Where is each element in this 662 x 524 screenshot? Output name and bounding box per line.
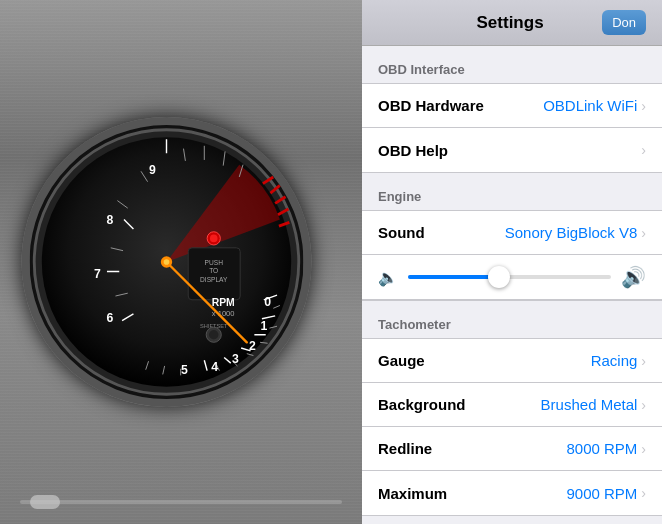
gauge-label: Gauge [378,352,425,369]
done-button[interactable]: Don [602,10,646,35]
scroll-bar[interactable] [20,500,342,504]
obd-help-label: OBD Help [378,142,448,159]
chevron-icon: › [641,485,646,501]
scroll-thumb[interactable] [30,495,60,509]
obd-help-row[interactable]: OBD Help › [362,128,662,172]
engine-group: Sound Sonory BigBlock V8 › 🔈 🔊 [362,210,662,301]
redline-label: Redline [378,440,432,457]
chevron-icon: › [641,441,646,457]
obd-hardware-value: OBDLink WiFi › [543,97,646,114]
svg-text:4: 4 [211,360,218,374]
chevron-icon: › [641,397,646,413]
slider-thumb[interactable] [488,266,510,288]
obd-hardware-label: OBD Hardware [378,97,484,114]
settings-title: Settings [418,13,602,33]
settings-header: Settings Don [362,0,662,46]
tachometer-outer: 0 1 2 3 4 5 6 7 8 9 PUSH TO DISPLAY RPM [22,117,312,407]
settings-content: OBD Interface OBD Hardware OBDLink WiFi … [362,46,662,524]
maximum-label: Maximum [378,485,447,502]
volume-high-icon: 🔊 [621,265,646,289]
sound-row[interactable]: Sound Sonory BigBlock V8 › [362,211,662,255]
tachometer-svg: 0 1 2 3 4 5 6 7 8 9 PUSH TO DISPLAY RPM [30,125,304,399]
background-label: Background [378,396,466,413]
background-value: Brushed Metal › [541,396,646,413]
volume-row: 🔈 🔊 [362,255,662,300]
gauge-value: Racing › [591,352,646,369]
svg-text:2: 2 [249,339,256,353]
settings-panel: Settings Don OBD Interface OBD Hardware … [362,0,662,524]
svg-text:3: 3 [232,352,239,366]
chevron-icon: › [641,98,646,114]
section-engine: Engine [362,173,662,210]
chevron-icon: › [641,142,646,158]
left-panel: 0 1 2 3 4 5 6 7 8 9 PUSH TO DISPLAY RPM [0,0,362,524]
sound-label: Sound [378,224,425,241]
slider-fill [408,275,499,279]
section-obd-interface: OBD Interface [362,46,662,83]
maximum-value: 9000 RPM › [566,485,646,502]
svg-point-54 [209,330,218,339]
chevron-icon: › [641,353,646,369]
obd-help-value: › [641,142,646,158]
svg-text:6: 6 [106,311,113,325]
svg-text:DISPLAY: DISPLAY [200,276,228,283]
svg-point-49 [210,235,218,243]
maximum-row[interactable]: Maximum 9000 RPM › [362,471,662,515]
svg-text:1: 1 [260,319,267,333]
redline-row[interactable]: Redline 8000 RPM › [362,427,662,471]
svg-text:8: 8 [106,213,113,227]
obd-hardware-row[interactable]: OBD Hardware OBDLink WiFi › [362,84,662,128]
tachometer-container: 0 1 2 3 4 5 6 7 8 9 PUSH TO DISPLAY RPM [22,117,312,407]
redline-value: 8000 RPM › [566,440,646,457]
volume-slider[interactable] [408,275,611,279]
background-row[interactable]: Background Brushed Metal › [362,383,662,427]
svg-text:7: 7 [94,267,101,281]
sound-value: Sonory BigBlock V8 › [505,224,646,241]
svg-point-57 [164,259,170,265]
svg-text:5: 5 [181,363,188,377]
obd-interface-group: OBD Hardware OBDLink WiFi › OBD Help › [362,83,662,173]
svg-text:RPM: RPM [212,297,235,308]
tachometer-group: Gauge Racing › Background Brushed Metal … [362,338,662,516]
section-tachometer: Tachometer [362,301,662,338]
svg-text:TO: TO [209,267,218,274]
volume-low-icon: 🔈 [378,268,398,287]
svg-text:PUSH: PUSH [205,259,224,266]
svg-text:9: 9 [149,163,156,177]
gauge-row[interactable]: Gauge Racing › [362,339,662,383]
chevron-icon: › [641,225,646,241]
svg-text:0: 0 [264,295,271,309]
